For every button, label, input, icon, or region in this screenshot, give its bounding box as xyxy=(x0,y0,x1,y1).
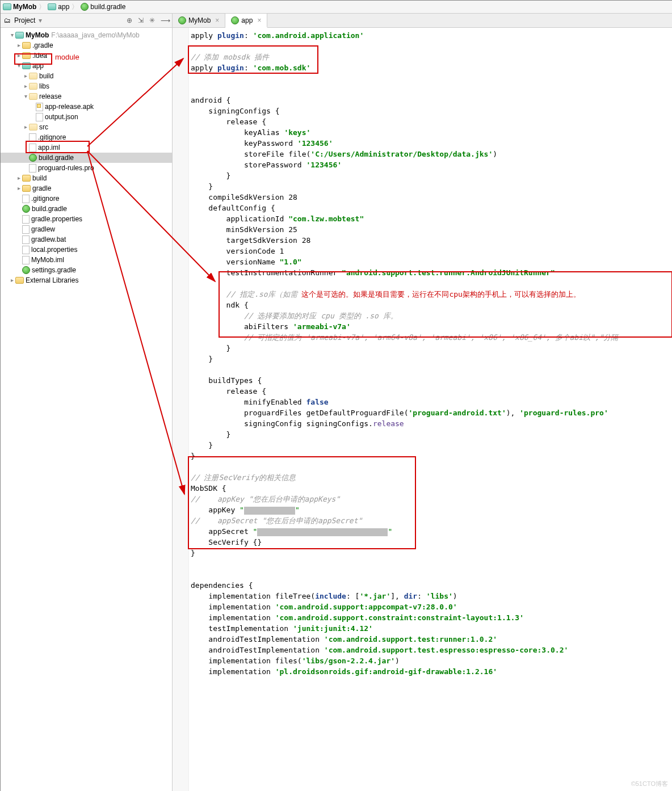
tree-row[interactable]: local.properties xyxy=(1,245,172,255)
tree-row[interactable]: proguard-rules.pro xyxy=(1,163,172,173)
tree-row[interactable]: ▸src xyxy=(1,122,172,132)
close-icon[interactable]: × xyxy=(257,16,261,24)
tree-row[interactable]: app.iml xyxy=(1,142,172,153)
tree-row[interactable]: output.json xyxy=(1,112,172,122)
tree-build-gradle[interactable]: build.gradle xyxy=(1,153,172,163)
source-code[interactable]: apply plugin: 'com.android.application' … xyxy=(173,28,672,679)
tree-row[interactable]: ▸.idea xyxy=(1,51,172,61)
gutter xyxy=(173,28,189,791)
tab-app[interactable]: app× xyxy=(225,14,267,28)
crumb-file[interactable]: build.gradle xyxy=(81,3,125,11)
tree-external-libs[interactable]: ▸External Libraries xyxy=(1,275,172,285)
chevron-down-icon[interactable]: ▾ xyxy=(39,16,42,24)
tree-row[interactable]: app-release.apk xyxy=(1,102,172,112)
project-icon: 🗂 xyxy=(4,16,11,24)
tree-app[interactable]: ▾app xyxy=(1,61,172,71)
tree-row[interactable]: .gitignore xyxy=(1,132,172,142)
tree-row[interactable]: ▸gradle xyxy=(1,183,172,193)
project-tree[interactable]: ▾MyMobF:\aaaaa_java_demo\MyMob ▸.gradle … xyxy=(1,28,172,791)
tree-row[interactable]: build.gradle xyxy=(1,204,172,214)
watermark: ©51CTO博客 xyxy=(631,780,668,788)
tree-row[interactable]: MyMob.iml xyxy=(1,255,172,265)
gear-icon[interactable]: ✳ xyxy=(149,16,157,24)
crumb-app[interactable]: app xyxy=(48,3,69,11)
tree-row[interactable]: gradlew xyxy=(1,224,172,234)
scope-icon[interactable]: ⊕ xyxy=(127,16,135,24)
collapse-icon[interactable]: ⇲ xyxy=(138,16,146,24)
hide-icon[interactable]: ⟶ xyxy=(161,16,169,24)
crumb-root[interactable]: MyMob xyxy=(3,3,36,11)
annot-label-module: module xyxy=(55,53,79,61)
panel-title: Project xyxy=(14,16,35,24)
chevron-right-icon: 〉 xyxy=(37,2,47,12)
tree-row[interactable]: ▸build xyxy=(1,71,172,81)
tree-root[interactable]: ▾MyMobF:\aaaaa_java_demo\MyMob xyxy=(1,30,172,40)
tab-mymob[interactable]: MyMob× xyxy=(173,14,225,27)
project-panel-header: 🗂 Project ▾ ⊕ ⇲ ✳ ⟶ xyxy=(1,14,172,28)
close-icon[interactable]: × xyxy=(215,16,219,24)
tree-row[interactable]: gradle.properties xyxy=(1,214,172,224)
tree-row[interactable]: ▾release xyxy=(1,91,172,102)
tree-row[interactable]: gradlew.bat xyxy=(1,234,172,245)
tree-row[interactable]: ▸.gradle xyxy=(1,40,172,51)
editor: MyMob× app× apply plugin: 'com.android.a… xyxy=(173,14,672,791)
tree-row[interactable]: settings.gradle xyxy=(1,265,172,275)
tree-row[interactable]: .gitignore xyxy=(1,193,172,204)
code-area[interactable]: apply plugin: 'com.android.application' … xyxy=(173,28,672,791)
breadcrumb[interactable]: MyMob 〉 app 〉 build.gradle xyxy=(1,1,672,14)
project-panel: 🗂 Project ▾ ⊕ ⇲ ✳ ⟶ ▾MyMobF:\aaaaa_java_… xyxy=(1,14,173,791)
chevron-right-icon: 〉 xyxy=(70,2,79,12)
editor-tabs: MyMob× app× xyxy=(173,14,672,28)
tree-row[interactable]: ▸build xyxy=(1,173,172,183)
tree-row[interactable]: ▸libs xyxy=(1,81,172,91)
